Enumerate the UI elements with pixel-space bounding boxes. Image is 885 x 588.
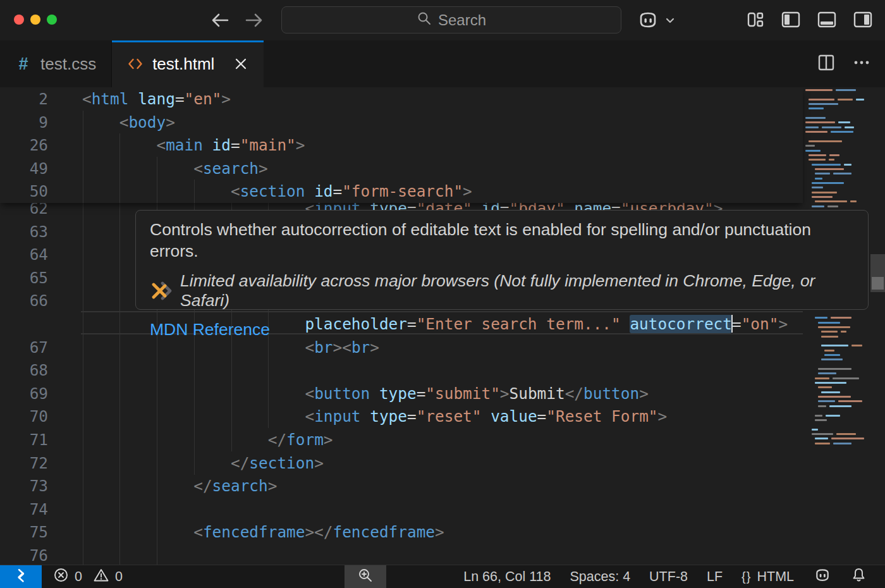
- line-content: <button type="submit">Submit</button>: [0, 382, 649, 405]
- close-icon[interactable]: [233, 56, 248, 71]
- minimize-window-button[interactable]: [30, 15, 40, 25]
- minimap-line: [838, 400, 862, 402]
- indent-guide: [83, 266, 83, 290]
- copilot-status[interactable]: [803, 565, 841, 588]
- title-bar: Search: [0, 0, 885, 40]
- code-line-75[interactable]: 75 <fencedframe></fencedframe>: [0, 520, 803, 544]
- minimap-line: [836, 89, 856, 91]
- minimap-line: [805, 89, 833, 91]
- indent-guide: [157, 544, 157, 565]
- minimap-line: [805, 126, 819, 128]
- baseline-limited-icon: [150, 280, 173, 302]
- cursor-position[interactable]: Ln 66, Col 118: [454, 565, 560, 588]
- indent-guide: [119, 544, 120, 565]
- css-hash-icon: #: [15, 54, 32, 74]
- minimap-line: [826, 415, 840, 417]
- minimap-line: [838, 99, 853, 101]
- problems-status[interactable]: 0 0: [53, 565, 123, 588]
- minimap-line: [815, 173, 830, 175]
- minimap-line: [815, 168, 844, 170]
- customize-layout-icon[interactable]: [745, 9, 766, 30]
- close-window-button[interactable]: [14, 15, 24, 25]
- indent-guide: [83, 289, 83, 312]
- minimap-line: [815, 382, 846, 384]
- line-number: 76: [0, 544, 48, 565]
- code-line-72[interactable]: 72 </section>: [0, 451, 803, 475]
- sticky-scroll[interactable]: 2<html lang="en">9 <body>26 <main id="ma…: [0, 87, 803, 203]
- code-line-76[interactable]: 76: [0, 544, 803, 565]
- language-mode[interactable]: {} HTML: [732, 565, 803, 588]
- minimap-line: [829, 154, 839, 156]
- minimap-line: [812, 182, 844, 184]
- indent-guide: [83, 358, 83, 382]
- minimap-line: [815, 178, 822, 180]
- editor-pane[interactable]: 62 <input type="date" id="bday" name="us…: [0, 87, 885, 565]
- minimap-line: [821, 345, 848, 346]
- code-line-70[interactable]: 70 <input type="reset" value="Reset Form…: [0, 405, 803, 428]
- minimap-line: [821, 331, 838, 333]
- indent-guide: [83, 220, 83, 243]
- panel-left-icon[interactable]: [780, 9, 802, 30]
- zoom-status-item[interactable]: [345, 565, 386, 588]
- tab-test.html[interactable]: test.html: [112, 40, 264, 87]
- eol-status[interactable]: LF: [697, 565, 732, 588]
- copilot-menu[interactable]: [636, 8, 676, 35]
- code-line-50[interactable]: 50 <section id="form-search">: [0, 180, 803, 203]
- minimap-line: [822, 126, 841, 128]
- minimap-line: [812, 205, 824, 207]
- minimap-line: [818, 372, 836, 374]
- html-angle-brackets-icon: [127, 56, 143, 72]
- status-bar: 0 0 Ln 66, Col 118 Spaces: 4 UTF-8 LF {}…: [0, 565, 885, 588]
- command-center-search[interactable]: Search: [281, 6, 621, 34]
- line-number: 68: [0, 358, 48, 382]
- remote-indicator[interactable]: [0, 565, 42, 588]
- minimap-line: [833, 443, 851, 444]
- language-label: HTML: [757, 569, 794, 585]
- code-line-69[interactable]: 69 <button type="submit">Submit</button>: [0, 382, 803, 405]
- minimap-line: [824, 354, 840, 356]
- encoding-status[interactable]: UTF-8: [640, 565, 697, 588]
- minimap-line: [827, 205, 838, 207]
- minimap[interactable]: [803, 87, 870, 565]
- code-line-26[interactable]: 26 <main id="main">: [0, 133, 803, 157]
- code-line-73[interactable]: 73 </search>: [0, 474, 803, 498]
- arrow-back-icon[interactable]: [209, 9, 231, 32]
- code-line-74[interactable]: 74: [0, 498, 803, 521]
- line-number: 64: [0, 243, 48, 266]
- code-line-49[interactable]: 49 <search>: [0, 157, 803, 180]
- mdn-reference-link[interactable]: MDN Reference: [150, 320, 270, 340]
- line-content: </search>: [0, 474, 277, 498]
- tab-label: test.css: [40, 54, 96, 74]
- split-editor-icon[interactable]: [817, 53, 836, 75]
- code-line-2[interactable]: 2<html lang="en">: [0, 87, 803, 111]
- zoom-window-button[interactable]: [47, 15, 57, 25]
- line-number: 63: [0, 220, 48, 243]
- code-line-68[interactable]: 68: [0, 358, 803, 382]
- minimap-line: [831, 131, 853, 133]
- copilot-icon: [636, 8, 660, 35]
- tab-bar: #test.csstest.html: [0, 40, 885, 87]
- line-content: <fencedframe></fencedframe>: [0, 520, 444, 544]
- minimap-line: [821, 391, 840, 393]
- more-actions-icon[interactable]: [852, 53, 871, 75]
- status-right-group: Ln 66, Col 118 Spaces: 4 UTF-8 LF {} HTM…: [454, 565, 876, 588]
- vertical-scrollbar[interactable]: [870, 87, 885, 565]
- line-content: </section>: [0, 451, 324, 475]
- indent-guide: [268, 358, 269, 382]
- panel-bottom-icon[interactable]: [816, 9, 838, 30]
- line-content: <section id="form-search">: [0, 180, 472, 203]
- minimap-line: [809, 159, 826, 161]
- panel-right-icon[interactable]: [852, 9, 874, 30]
- tooltip-description: Controls whether autocorrection of edita…: [150, 219, 854, 262]
- code-line-9[interactable]: 9 <body>: [0, 111, 803, 134]
- indentation-status[interactable]: Spaces: 4: [560, 565, 640, 588]
- notifications-bell[interactable]: [841, 565, 876, 588]
- remote-indicator-icon: [13, 567, 29, 587]
- code-line-71[interactable]: 71 </form>: [0, 428, 803, 451]
- minimap-line: [805, 131, 827, 133]
- minimap-line: [844, 164, 852, 166]
- arrow-forward-icon[interactable]: [243, 9, 266, 32]
- code-line-67[interactable]: 67 <br><br>: [0, 336, 803, 359]
- warning-icon: [93, 567, 109, 587]
- tab-test.css[interactable]: #test.css: [0, 40, 112, 87]
